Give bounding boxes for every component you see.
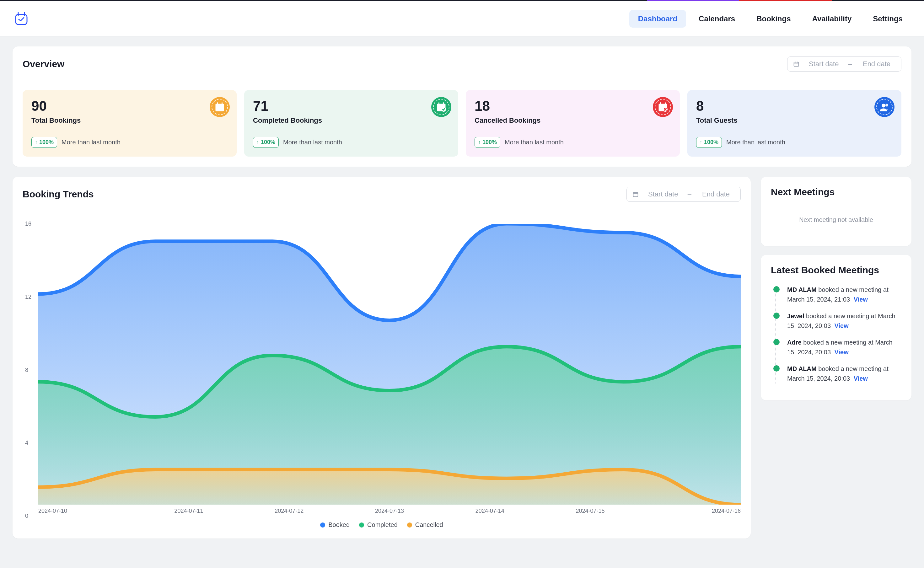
trends-title: Booking Trends bbox=[23, 189, 94, 199]
svg-rect-1 bbox=[794, 62, 799, 66]
calendar-icon bbox=[793, 61, 799, 67]
svg-point-10 bbox=[885, 104, 888, 107]
stat-label: Total Bookings bbox=[32, 116, 228, 125]
date-separator: – bbox=[688, 190, 691, 198]
stat-label: Total Guests bbox=[696, 116, 892, 125]
stat-total-guests: 8 Total Guests ↑ 100% More than last mon… bbox=[687, 90, 901, 157]
overview-end-date[interactable]: End date bbox=[858, 60, 895, 68]
stat-completed-bookings: 71 Completed Bookings ↑ 100% More than l… bbox=[244, 90, 458, 157]
calendar-icon bbox=[210, 97, 230, 117]
nav-tabs: Dashboard Calendars Bookings Availabilit… bbox=[629, 10, 912, 28]
timeline-item: Adre booked a new meeting at March 15, 2… bbox=[772, 338, 901, 357]
stat-value: 18 bbox=[474, 98, 671, 114]
svg-rect-11 bbox=[633, 192, 638, 196]
svg-rect-4 bbox=[217, 107, 219, 109]
stat-note: More than last month bbox=[62, 139, 121, 146]
trends-end-date[interactable]: End date bbox=[697, 190, 735, 198]
status-dot-icon bbox=[773, 365, 780, 372]
nav-dashboard[interactable]: Dashboard bbox=[629, 10, 686, 28]
timeline-item: MD ALAM booked a new meeting at March 15… bbox=[772, 364, 901, 384]
top-accent-strip bbox=[0, 0, 924, 1]
booking-trends-card: Booking Trends Start date – End date 048… bbox=[12, 177, 751, 538]
stat-value: 90 bbox=[32, 98, 228, 114]
stat-value: 71 bbox=[253, 98, 450, 114]
svg-point-6 bbox=[441, 107, 446, 112]
overview-title: Overview bbox=[23, 59, 64, 69]
svg-point-9 bbox=[882, 104, 885, 108]
calendar-x-icon bbox=[653, 97, 673, 117]
stat-total-bookings: 90 Total Bookings ↑ 100% More than last … bbox=[23, 90, 237, 157]
status-dot-icon bbox=[773, 286, 780, 293]
stat-note: More than last month bbox=[283, 139, 342, 146]
legend-cancelled: Cancelled bbox=[407, 521, 443, 529]
legend-completed: Completed bbox=[359, 521, 398, 529]
stat-note: More than last month bbox=[505, 139, 564, 146]
overview-start-date[interactable]: Start date bbox=[805, 60, 843, 68]
calendar-check-icon bbox=[431, 97, 451, 117]
navbar: Dashboard Calendars Bookings Availabilit… bbox=[0, 1, 924, 36]
nav-settings[interactable]: Settings bbox=[864, 10, 912, 28]
next-meetings-empty: Next meeting not available bbox=[771, 197, 901, 236]
stat-value: 8 bbox=[696, 98, 892, 114]
trends-start-date[interactable]: Start date bbox=[644, 190, 682, 198]
nav-bookings[interactable]: Bookings bbox=[747, 10, 799, 28]
svg-point-8 bbox=[663, 107, 667, 112]
next-meetings-card: Next Meetings Next meeting not available bbox=[761, 177, 912, 246]
status-dot-icon bbox=[773, 339, 780, 345]
svg-rect-2 bbox=[216, 104, 224, 112]
meeting-person: MD ALAM bbox=[787, 286, 817, 293]
trends-chart: 0481216 2024-07-102024-07-112024-07-1220… bbox=[23, 224, 741, 529]
nav-calendars[interactable]: Calendars bbox=[690, 10, 744, 28]
calendar-icon bbox=[633, 191, 639, 197]
overview-date-range[interactable]: Start date – End date bbox=[787, 56, 901, 71]
stat-label: Completed Bookings bbox=[253, 116, 450, 125]
meeting-person: Adre bbox=[787, 339, 802, 346]
legend-booked: Booked bbox=[320, 521, 350, 529]
users-icon bbox=[874, 97, 894, 117]
latest-booked-card: Latest Booked Meetings MD ALAM booked a … bbox=[761, 255, 912, 400]
view-link[interactable]: View bbox=[835, 349, 849, 355]
next-meetings-title: Next Meetings bbox=[771, 187, 901, 197]
svg-rect-7 bbox=[659, 104, 667, 112]
app-logo[interactable] bbox=[12, 10, 30, 28]
overview-card: Overview Start date – End date 90 Total … bbox=[12, 47, 912, 167]
svg-rect-5 bbox=[437, 104, 446, 112]
chart-legend: Booked Completed Cancelled bbox=[23, 521, 741, 529]
pct-badge: ↑ 100% bbox=[474, 137, 500, 148]
timeline-item: Jewel booked a new meeting at March 15, … bbox=[772, 311, 901, 331]
date-separator: – bbox=[849, 60, 852, 68]
stat-label: Cancelled Bookings bbox=[474, 116, 671, 125]
meeting-person: MD ALAM bbox=[787, 365, 817, 372]
meeting-person: Jewel bbox=[787, 313, 804, 319]
status-dot-icon bbox=[773, 313, 780, 319]
view-link[interactable]: View bbox=[835, 322, 849, 329]
arrow-up-icon: ↑ bbox=[478, 140, 480, 145]
arrow-up-icon: ↑ bbox=[35, 140, 37, 145]
pct-badge: ↑ 100% bbox=[32, 137, 57, 148]
arrow-up-icon: ↑ bbox=[700, 140, 702, 145]
pct-badge: ↑ 100% bbox=[696, 137, 722, 148]
timeline-item: MD ALAM booked a new meeting at March 15… bbox=[772, 285, 901, 304]
nav-availability[interactable]: Availability bbox=[803, 10, 860, 28]
view-link[interactable]: View bbox=[854, 296, 868, 303]
trends-date-range[interactable]: Start date – End date bbox=[627, 187, 741, 202]
arrow-up-icon: ↑ bbox=[257, 140, 259, 145]
latest-booked-title: Latest Booked Meetings bbox=[771, 265, 901, 275]
view-link[interactable]: View bbox=[854, 375, 868, 382]
stat-note: More than last month bbox=[726, 139, 785, 146]
stat-cancelled-bookings: 18 Cancelled Bookings ↑ 100% More than l… bbox=[466, 90, 680, 157]
pct-badge: ↑ 100% bbox=[253, 137, 279, 148]
